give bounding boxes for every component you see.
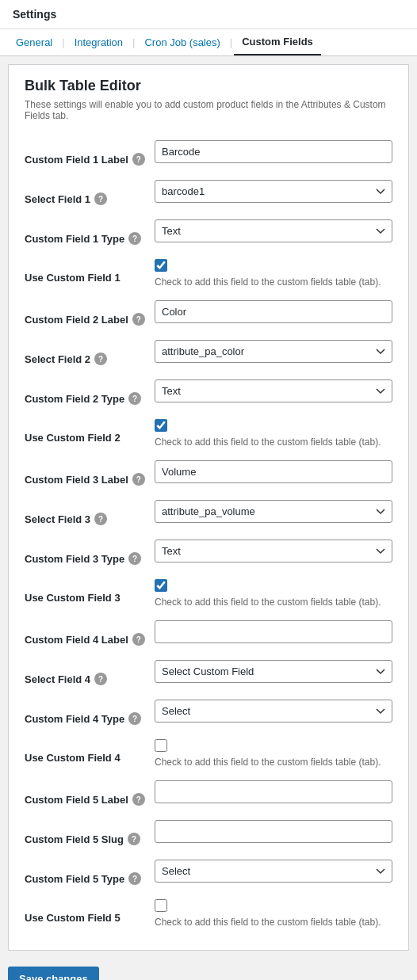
field4-use-desc: Check to add this field to the custom fi… bbox=[155, 757, 392, 768]
field5-type-row: Custom Field 5 Type ? Select Text bbox=[25, 853, 392, 893]
field2-use-checkbox-wrap: Check to add this field to the custom fi… bbox=[155, 419, 392, 448]
field3-label-cell: Custom Field 3 Label ? bbox=[25, 465, 147, 486]
field3-type-cell: Custom Field 3 Type ? bbox=[25, 544, 147, 565]
field4-select-input[interactable]: Select Custom Field bbox=[155, 660, 392, 683]
nav-sep-1: | bbox=[62, 36, 64, 48]
field1-type-select[interactable]: Text Select bbox=[155, 219, 392, 242]
field3-use-row: Use Custom Field 3 Check to add this fie… bbox=[25, 573, 392, 614]
field3-select-help-icon[interactable]: ? bbox=[94, 513, 107, 525]
page-title: Bulk Table Editor bbox=[25, 78, 392, 94]
field2-label-help-icon[interactable]: ? bbox=[132, 313, 145, 326]
field5-use-checkbox-wrap: Check to add this field to the custom fi… bbox=[155, 899, 392, 928]
field3-use-checkbox[interactable] bbox=[155, 579, 167, 592]
field1-use-desc: Check to add this field to the custom fi… bbox=[155, 276, 392, 288]
field1-label-help-icon[interactable]: ? bbox=[132, 153, 145, 166]
field5-label-help-icon[interactable]: ? bbox=[132, 793, 145, 806]
field2-use-desc: Check to add this field to the custom fi… bbox=[155, 437, 392, 448]
field1-label-text: Custom Field 1 Label bbox=[25, 154, 128, 166]
field4-type-text: Custom Field 4 Type bbox=[25, 713, 124, 725]
field5-use-desc: Check to add this field to the custom fi… bbox=[155, 917, 392, 928]
form-table: Custom Field 1 Label ? Select Field 1 ? bbox=[25, 134, 392, 934]
field3-use-checkbox-wrap: Check to add this field to the custom fi… bbox=[155, 579, 392, 608]
field2-use-row: Use Custom Field 2 Check to add this fie… bbox=[25, 413, 392, 454]
nav-sep-3: | bbox=[230, 36, 232, 48]
field3-use-text: Use Custom Field 3 bbox=[25, 592, 121, 604]
field3-label-row: Custom Field 3 Label ? bbox=[25, 454, 392, 494]
save-button[interactable]: Save changes bbox=[8, 967, 99, 980]
field1-type-text: Custom Field 1 Type bbox=[25, 233, 124, 245]
field5-slug-text: Custom Field 5 Slug bbox=[25, 833, 124, 845]
field2-type-select[interactable]: Text Select bbox=[155, 379, 392, 402]
field1-use-cell: Use Custom Field 1 bbox=[25, 264, 147, 284]
field2-use-checkbox[interactable] bbox=[155, 419, 167, 432]
field1-type-help-icon[interactable]: ? bbox=[128, 232, 141, 245]
field2-select-text: Select Field 2 bbox=[25, 353, 90, 365]
field1-label-row: Custom Field 1 Label ? bbox=[25, 134, 392, 174]
page-description: These settings will enable you to add cu… bbox=[25, 99, 392, 121]
field1-use-checkbox[interactable] bbox=[155, 259, 167, 272]
field1-select-text: Select Field 1 bbox=[25, 193, 90, 205]
field1-select-input[interactable]: barcode1 bbox=[155, 180, 392, 203]
tab-integration[interactable]: Integration bbox=[67, 30, 131, 55]
nav-sep-2: | bbox=[132, 36, 135, 48]
field5-slug-help-icon[interactable]: ? bbox=[128, 833, 140, 845]
field2-type-help-icon[interactable]: ? bbox=[128, 392, 141, 405]
field5-type-help-icon[interactable]: ? bbox=[128, 872, 141, 885]
field2-select-input[interactable]: attribute_pa_color bbox=[155, 340, 392, 363]
field1-select-cell: Select Field 1 ? bbox=[25, 185, 147, 205]
field2-type-row: Custom Field 2 Type ? Text Select bbox=[25, 373, 392, 413]
field3-select-text: Select Field 3 bbox=[25, 513, 90, 525]
field3-type-text: Custom Field 3 Type bbox=[25, 553, 124, 565]
tab-general[interactable]: General bbox=[8, 30, 60, 55]
header-title: Settings bbox=[13, 8, 56, 21]
settings-header: Settings bbox=[0, 0, 417, 29]
field4-label-help-icon[interactable]: ? bbox=[132, 633, 145, 646]
field4-use-checkbox[interactable] bbox=[155, 739, 167, 752]
field4-select-help-icon[interactable]: ? bbox=[94, 673, 107, 685]
field2-use-text: Use Custom Field 2 bbox=[25, 432, 121, 444]
field4-select-text: Select Field 4 bbox=[25, 673, 90, 685]
field4-type-select[interactable]: Select Text bbox=[155, 700, 392, 723]
tab-custom-fields[interactable]: Custom Fields bbox=[234, 29, 321, 55]
field1-use-row: Use Custom Field 1 Check to add this fie… bbox=[25, 253, 392, 294]
field2-select-cell: Select Field 2 ? bbox=[25, 345, 147, 365]
field1-type-cell: Custom Field 1 Type ? bbox=[25, 224, 147, 245]
field5-use-checkbox[interactable] bbox=[155, 899, 167, 912]
field3-type-select[interactable]: Text Select bbox=[155, 540, 392, 562]
field4-select-row: Select Field 4 ? Select Custom Field bbox=[25, 654, 392, 693]
tab-cron-job[interactable]: Cron Job (sales) bbox=[136, 30, 228, 55]
field2-label-text: Custom Field 2 Label bbox=[25, 314, 128, 326]
field4-type-help-icon[interactable]: ? bbox=[128, 712, 141, 725]
field1-select-help-icon[interactable]: ? bbox=[94, 193, 107, 205]
field4-label-input[interactable] bbox=[155, 620, 392, 643]
field3-select-row: Select Field 3 ? attribute_pa_volume bbox=[25, 494, 392, 533]
field1-use-checkbox-wrap: Check to add this field to the custom fi… bbox=[155, 259, 392, 288]
field5-label-cell: Custom Field 5 Label ? bbox=[25, 785, 147, 806]
field4-use-cell: Use Custom Field 4 bbox=[25, 744, 147, 764]
field4-type-row: Custom Field 4 Type ? Select Text bbox=[25, 693, 392, 733]
field5-type-text: Custom Field 5 Type bbox=[25, 873, 124, 885]
field4-select-cell: Select Field 4 ? bbox=[25, 665, 147, 685]
field2-label-cell: Custom Field 2 Label ? bbox=[25, 305, 147, 326]
field5-type-cell: Custom Field 5 Type ? bbox=[25, 864, 147, 885]
field5-use-row: Use Custom Field 5 Check to add this fie… bbox=[25, 893, 392, 934]
field4-type-cell: Custom Field 4 Type ? bbox=[25, 704, 147, 725]
field5-type-select[interactable]: Select Text bbox=[155, 860, 392, 883]
field3-use-cell: Use Custom Field 3 bbox=[25, 584, 147, 604]
field3-select-cell: Select Field 3 ? bbox=[25, 505, 147, 525]
field5-label-input[interactable] bbox=[155, 780, 392, 803]
field3-use-desc: Check to add this field to the custom fi… bbox=[155, 597, 392, 608]
field5-label-text: Custom Field 5 Label bbox=[25, 794, 128, 806]
field1-select-row: Select Field 1 ? barcode1 bbox=[25, 174, 392, 213]
field2-type-cell: Custom Field 2 Type ? bbox=[25, 384, 147, 405]
field5-slug-input[interactable] bbox=[155, 820, 392, 843]
field2-label-input[interactable] bbox=[155, 300, 392, 323]
field4-use-row: Use Custom Field 4 Check to add this fie… bbox=[25, 733, 392, 774]
field3-label-input[interactable] bbox=[155, 460, 392, 483]
field3-type-help-icon[interactable]: ? bbox=[128, 552, 141, 565]
field2-select-help-icon[interactable]: ? bbox=[94, 353, 107, 365]
field5-use-cell: Use Custom Field 5 bbox=[25, 904, 147, 924]
field3-select-input[interactable]: attribute_pa_volume bbox=[155, 500, 392, 523]
field1-label-input[interactable] bbox=[155, 140, 392, 163]
field3-label-help-icon[interactable]: ? bbox=[132, 473, 145, 486]
